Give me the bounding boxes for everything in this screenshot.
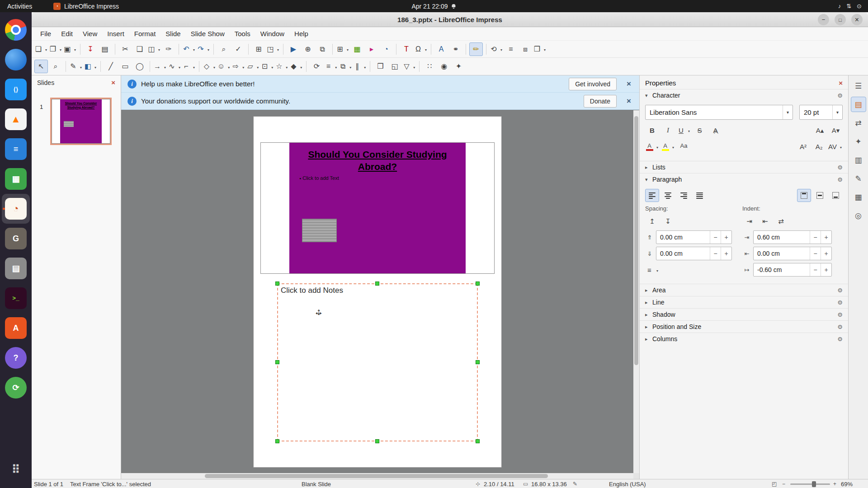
section-settings-icon[interactable] <box>837 311 843 318</box>
new-button[interactable]: ❏ <box>34 42 48 56</box>
focused-app-name[interactable]: LibreOffice Impress <box>64 3 119 10</box>
resize-handle[interactable] <box>275 439 279 443</box>
activities-button[interactable]: Activities <box>7 3 32 10</box>
new-slide-button[interactable]: ⊕ <box>301 42 315 56</box>
hyperlink-button[interactable]: ⚭ <box>449 42 462 56</box>
increase-font-size-button[interactable]: A▴ <box>813 124 827 137</box>
save-button[interactable]: ▣ <box>63 42 77 56</box>
system-tray[interactable]: ♪⇅⊙ <box>838 3 862 9</box>
glue-points-button[interactable]: ◉ <box>437 60 451 73</box>
vertical-scrollbar[interactable] <box>633 110 639 473</box>
character-highlighting-button[interactable]: Aa <box>677 140 691 153</box>
zoom-out-button[interactable] <box>782 481 785 487</box>
insert-image-button[interactable]: ▦ <box>350 42 364 56</box>
display-grid-button[interactable]: ⊞ <box>252 42 265 56</box>
section-line[interactable]: Line <box>640 296 848 308</box>
find-replace-button[interactable]: ⌕ <box>217 42 231 56</box>
subscript-button[interactable]: A₂ <box>812 140 826 153</box>
section-settings-icon[interactable] <box>837 335 843 343</box>
notes-text-frame[interactable]: Click to add Notes <box>277 283 478 441</box>
show-apps-icon[interactable]: ⠿ <box>2 455 30 484</box>
power-icon[interactable]: ⊙ <box>857 3 862 9</box>
notes-placeholder[interactable]: Click to add Notes <box>281 286 343 295</box>
insert-chart-button[interactable]: ◔ <box>379 42 393 56</box>
slides-panel-close-icon[interactable] <box>111 79 115 87</box>
section-position-size[interactable]: Position and Size <box>640 320 848 333</box>
section-settings-icon[interactable] <box>837 92 843 99</box>
align-justify-button[interactable] <box>693 189 707 202</box>
edit-points-button[interactable]: ∷ <box>423 60 436 73</box>
volume-icon[interactable]: ♪ <box>838 3 841 9</box>
redo-button[interactable]: ↷ <box>197 42 210 56</box>
resize-handle[interactable] <box>375 282 379 286</box>
unsaved-changes-icon[interactable] <box>573 481 577 487</box>
first-line-indent-field[interactable]: -0.60 cm <box>753 263 832 277</box>
section-shadow[interactable]: Shadow <box>640 308 848 320</box>
menu-item[interactable]: Slide <box>160 28 185 40</box>
dropdown-arrow-icon[interactable] <box>832 105 842 119</box>
fit-slide-icon[interactable] <box>772 481 777 487</box>
display-views-button[interactable]: ◳ <box>266 42 280 56</box>
line-spacing-button[interactable]: ≡ <box>645 263 659 277</box>
align-bottom-button[interactable] <box>829 189 843 202</box>
insert-text-box-button[interactable]: T <box>400 42 413 56</box>
styles-tab[interactable]: ✎ <box>851 171 866 186</box>
italic-button[interactable]: I <box>661 124 675 137</box>
section-character[interactable]: Character <box>640 89 848 101</box>
text-shadow-button[interactable]: A <box>708 124 722 137</box>
ubuntu-software-icon[interactable]: A <box>2 313 30 343</box>
spin-increase-button[interactable] <box>821 263 831 276</box>
image-filter-button[interactable]: ▽ <box>402 60 416 73</box>
3d-objects-tool[interactable]: ◆ <box>289 60 303 73</box>
menu-item[interactable]: View <box>78 28 102 40</box>
spin-decrease-button[interactable] <box>710 247 721 260</box>
close-button[interactable] <box>851 14 863 25</box>
vlc-icon[interactable]: ▲ <box>2 104 30 134</box>
align-vcenter-button[interactable] <box>813 189 827 202</box>
section-settings-icon[interactable] <box>837 323 843 330</box>
zoom-pan-tool[interactable]: ⌕ <box>49 60 62 73</box>
slide-purple-block[interactable]: Should You Consider Studying Abroad? ● C… <box>289 143 466 273</box>
firefox-icon[interactable] <box>2 45 30 75</box>
increase-paragraph-spacing-button[interactable]: ↥ <box>645 215 659 228</box>
arrange-button[interactable]: ⧈ <box>519 42 532 56</box>
cut-button[interactable]: ✂ <box>118 42 132 56</box>
section-settings-icon[interactable] <box>837 299 843 306</box>
spin-decrease-button[interactable] <box>810 247 821 260</box>
infobar-action-button[interactable]: Donate <box>584 95 617 108</box>
maximize-button[interactable] <box>835 14 846 25</box>
align-right-button[interactable] <box>677 189 691 202</box>
help-icon[interactable]: ? <box>2 343 30 373</box>
crop-button[interactable]: ◱ <box>388 60 401 73</box>
shape-effects-button[interactable]: ❒ <box>533 42 547 56</box>
zoom-level[interactable]: 69% <box>841 480 853 487</box>
calc-icon[interactable]: ▦ <box>2 164 30 194</box>
properties-tab[interactable]: ▤ <box>851 97 866 112</box>
animation-button[interactable]: ✦ <box>452 60 465 73</box>
align-tool[interactable]: ≡ <box>324 60 338 73</box>
slide-body-placeholder[interactable]: ● Click to add Text <box>299 175 339 181</box>
connectors-tool[interactable]: ⌐ <box>182 60 196 73</box>
start-slideshow-button[interactable]: ▶ <box>287 42 300 56</box>
infobar-action-button[interactable]: Get involved <box>569 78 617 90</box>
paste-button[interactable]: ◫ <box>147 42 161 56</box>
insert-table-button[interactable]: ⊞ <box>336 42 349 56</box>
font-size-combo[interactable]: 20 pt <box>799 105 843 120</box>
spin-increase-button[interactable] <box>821 247 831 260</box>
software-updater-icon[interactable]: ⟳ <box>2 373 30 403</box>
stars-banners-tool[interactable]: ☆ <box>275 60 288 73</box>
switch-indent-button[interactable]: ⇄ <box>774 215 788 228</box>
character-spacing-button[interactable]: AV <box>828 140 843 153</box>
menu-item[interactable]: Format <box>129 28 161 40</box>
spin-increase-button[interactable] <box>721 231 731 244</box>
duplicate-slide-button[interactable]: ⧉ <box>316 42 329 56</box>
menu-item[interactable]: Tools <box>230 28 255 40</box>
section-settings-icon[interactable] <box>837 286 843 294</box>
text-language[interactable]: English (USA) <box>609 480 646 487</box>
slide-image-placeholder[interactable] <box>302 219 337 242</box>
sidebar-settings-tab[interactable]: ☰ <box>851 78 866 94</box>
chrome-icon[interactable] <box>2 15 30 45</box>
spin-increase-button[interactable] <box>721 247 731 260</box>
decrease-indent-button[interactable]: ⇤ <box>758 215 772 228</box>
decrease-font-size-button[interactable]: A▾ <box>829 124 843 137</box>
